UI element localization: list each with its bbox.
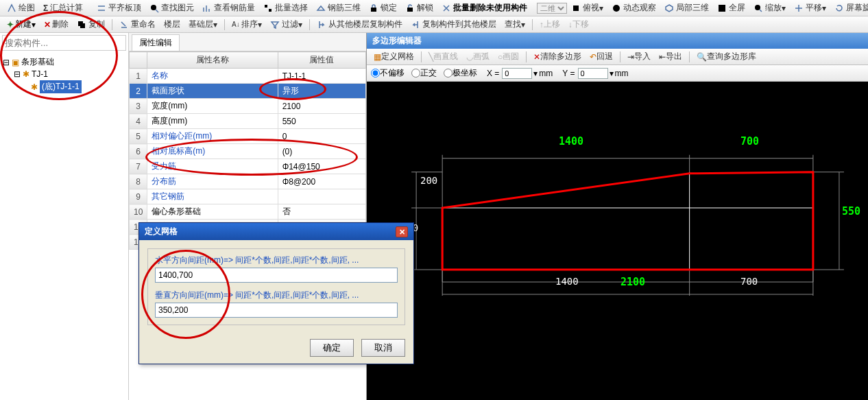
cancel-button[interactable]: 取消 (361, 339, 405, 357)
svg-point-8 (755, 5, 760, 10)
prop-row[interactable]: 10偏心条形基础否 (130, 204, 366, 220)
undo-button[interactable]: ↶ 回退 (586, 49, 616, 64)
svg-rect-10 (80, 23, 85, 28)
search-button[interactable]: 查找 ▾ (501, 17, 529, 32)
sort-button[interactable]: A↓排序 ▾ (228, 17, 265, 32)
prop-row[interactable]: 7受力筋Φ14@150 (130, 159, 366, 174)
draw-button[interactable]: 绘图 (3, 1, 38, 15)
dynobs-button[interactable]: 动态观察 (608, 1, 660, 15)
prop-row[interactable]: 3宽度(mm)2100 (130, 99, 366, 114)
svg-rect-3 (371, 8, 376, 12)
svg-rect-7 (719, 5, 725, 12)
close-icon[interactable]: ✕ (396, 226, 408, 237)
sum-button[interactable]: Σ汇总计算 (40, 1, 86, 15)
x-input[interactable] (502, 68, 532, 79)
tree-child2[interactable]: ✱(底)TJ-1-1 (1, 80, 127, 94)
editor-coords: 不偏移 正交 极坐标 X = ▾ mm Y = ▾ mm (367, 65, 868, 82)
x-label: X = (487, 69, 499, 78)
rebar3d-button[interactable]: 钢筋三维 (313, 1, 364, 15)
prop-row[interactable]: 5相对偏心距(mm)0 (130, 129, 366, 144)
steel-button[interactable]: 查看钢筋量 (199, 1, 258, 15)
editor-title: 多边形编辑器 (367, 33, 868, 49)
dialog-title: 定义网格 (145, 226, 178, 237)
col-propval: 属性值 (278, 52, 365, 69)
dim-left1: 200 (420, 175, 437, 186)
y-input[interactable] (578, 68, 608, 79)
dim-right: 550 (842, 205, 860, 217)
h-label: 水平方向间距(mm)=> 间距*个数,间距,间距*个数,间距, ... (155, 255, 398, 266)
ok-button[interactable]: 确定 (310, 339, 354, 357)
prop-row[interactable]: 6相对底标高(m)(0) (130, 144, 366, 159)
unlock-button[interactable]: 解锁 (402, 1, 437, 15)
local3d-button[interactable]: 局部三维 (661, 1, 712, 15)
filter-button[interactable]: 过滤 ▾ (267, 17, 306, 32)
copy-button[interactable]: 复制 (73, 17, 108, 32)
svg-rect-2 (269, 9, 272, 12)
canvas[interactable]: 1400 700 200 350 550 1400 700 2100 (367, 82, 868, 400)
rename-button[interactable]: 重命名 (116, 17, 159, 32)
dim-bot2: 700 (740, 276, 758, 287)
radio-polar[interactable]: 极坐标 (444, 67, 477, 79)
toolbar-secondary: ✦新建 ▾ ✕删除 复制 重命名 楼层 基础层 ▾ A↓排序 ▾ 过滤 ▾ 从其… (0, 16, 868, 33)
svg-rect-5 (573, 5, 579, 11)
tree-panel: ⊟ ▣条形基础 ⊟ ✱TJ-1 ✱(底)TJ-1-1 (0, 33, 129, 400)
editor-toolbar: ▦ 定义网格 ╲ 画直线 ◡ 画弧 ○ 画圆 ✕ 清除多边形 ↶ 回退 ⇥ 导入… (367, 49, 868, 65)
svg-point-6 (613, 5, 620, 12)
prop-row[interactable]: 4高度(mm)550 (130, 114, 366, 129)
v-input[interactable] (155, 303, 398, 318)
drawcircle-button[interactable]: ○ 画圆 (494, 49, 522, 64)
lock-button[interactable]: 锁定 (365, 1, 400, 15)
col-propname: 属性名称 (147, 52, 278, 69)
align-button[interactable]: 平齐板顶 (93, 1, 145, 15)
batch-button[interactable]: 批量选择 (260, 1, 311, 15)
tree-root[interactable]: ⊟ ▣条形基础 (1, 56, 127, 69)
prop-row[interactable]: 2截面形状异形 (130, 84, 366, 99)
find-button[interactable]: 查找图元 (146, 1, 197, 15)
drawarc-button[interactable]: ◡ 画弧 (463, 49, 493, 64)
scrrot-button[interactable]: 屏幕旋 (831, 1, 868, 15)
prop-row[interactable]: 8分布筋Φ8@200 (130, 174, 366, 189)
moveup-button[interactable]: ↑ 上移 (536, 17, 564, 32)
svg-marker-29 (442, 172, 813, 270)
pan-button[interactable]: 平移 ▾ (791, 1, 830, 15)
definegrid-button[interactable]: ▦ 定义网格 (370, 49, 418, 64)
grid-dialog: 定义网格✕ 水平方向间距(mm)=> 间距*个数,间距,间距*个数,间距, ..… (138, 222, 414, 364)
prop-row[interactable]: 1名称TJ-1-1 (130, 69, 366, 84)
radio-nooffset[interactable]: 不偏移 (371, 67, 405, 79)
tab-property[interactable]: 属性编辑 (132, 34, 180, 51)
tree-child1[interactable]: ⊟ ✱TJ-1 (1, 69, 127, 80)
dim-botc: 2100 (620, 276, 645, 288)
zoom-button[interactable]: 缩放 ▾ (750, 1, 789, 15)
persp-button[interactable]: 俯视 ▾ (568, 1, 607, 15)
movedown-button[interactable]: ↓ 下移 (565, 17, 592, 32)
dim-bot1: 1400 (555, 276, 579, 287)
svg-point-0 (151, 5, 156, 10)
new-button[interactable]: ✦新建 ▾ (3, 17, 39, 32)
querylib-button[interactable]: 🔍 查询多边形库 (693, 49, 760, 64)
view-combo[interactable]: 二维 (537, 3, 567, 14)
dim-top2: 700 (740, 135, 759, 148)
floor-combo[interactable]: 楼层 (160, 17, 184, 32)
delunused-button[interactable]: 批量删除未使用构件 (438, 1, 531, 15)
delete-button[interactable]: ✕删除 (40, 17, 72, 32)
full-button[interactable]: 全屏 (714, 1, 749, 15)
export-button[interactable]: ⇤ 导出 (655, 49, 686, 64)
baselayer-combo[interactable]: 基础层 ▾ (185, 17, 221, 32)
svg-rect-4 (407, 8, 413, 12)
dim-top1: 1400 (559, 135, 583, 148)
toolbar-main: 绘图 Σ汇总计算 平齐板顶 查找图元 查看钢筋量 批量选择 钢筋三维 锁定 解锁… (0, 0, 868, 16)
drawline-button[interactable]: ╲ 画直线 (425, 49, 461, 64)
v-label: 垂直方向间距(mm)=> 间距*个数,间距,间距*个数,间距, ... (155, 290, 398, 301)
clear-button[interactable]: ✕ 清除多边形 (530, 49, 585, 64)
polygon-editor: 多边形编辑器 ▦ 定义网格 ╲ 画直线 ◡ 画弧 ○ 画圆 ✕ 清除多边形 ↶ … (367, 33, 868, 400)
radio-ortho[interactable]: 正交 (411, 67, 437, 79)
y-label: Y = (562, 69, 575, 78)
cpfrom-button[interactable]: 从其他楼层复制构件 (313, 17, 406, 32)
h-input[interactable] (155, 268, 398, 283)
prop-row[interactable]: 9其它钢筋 (130, 189, 366, 204)
cpto-button[interactable]: 复制构件到其他楼层 (407, 17, 500, 32)
svg-rect-1 (265, 5, 267, 8)
property-table: 属性名称 属性值 1名称TJ-1-12截面形状异形3宽度(mm)21004高度(… (129, 51, 366, 250)
import-button[interactable]: ⇥ 导入 (624, 49, 654, 64)
search-input[interactable] (2, 35, 126, 51)
